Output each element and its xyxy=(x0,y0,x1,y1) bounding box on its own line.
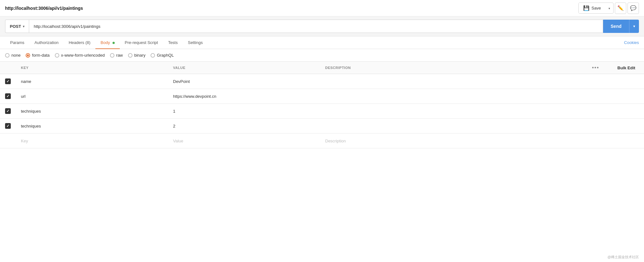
row-actions-cell xyxy=(587,119,612,134)
tabs-bar: Params Authorization Headers (8) Body Pr… xyxy=(0,36,644,49)
row-value-cell: https://www.devpoint.cn xyxy=(168,89,320,104)
pencil-icon: ✏️ xyxy=(617,5,624,11)
row-actions-cell xyxy=(587,104,612,119)
empty-actions-cell xyxy=(587,134,612,148)
title-bar: http://localhost:3006/api/v1/paintings 💾… xyxy=(0,0,644,16)
url-bar: POST ▾ Send ▾ xyxy=(0,16,644,36)
radio-form-data[interactable]: form-data xyxy=(26,53,50,58)
row-checkbox-0[interactable] xyxy=(5,78,11,84)
row-value-cell: 2 xyxy=(168,119,320,134)
empty-desc-placeholder: Description xyxy=(325,139,346,143)
empty-value-cell: Value xyxy=(168,134,320,148)
col-value: VALUE xyxy=(168,62,320,74)
save-dropdown-button[interactable]: ▾ xyxy=(605,3,613,13)
row-checkbox-cell xyxy=(0,119,16,134)
send-button[interactable]: Send xyxy=(603,20,629,33)
empty-key-cell: Key xyxy=(16,134,168,148)
tab-pre-request[interactable]: Pre-request Script xyxy=(120,36,163,49)
tab-body[interactable]: Body xyxy=(95,36,119,49)
row-desc-cell xyxy=(320,89,587,104)
comment-button[interactable]: 💬 xyxy=(628,3,639,14)
col-checkbox xyxy=(0,62,16,74)
empty-desc-cell: Description xyxy=(320,134,587,148)
row-key-3: techniques xyxy=(21,124,41,128)
page-title: http://localhost:3006/api/v1/paintings xyxy=(5,6,83,11)
cookies-link[interactable]: Cookies xyxy=(624,40,639,45)
save-btn-group: 💾 Save ▾ xyxy=(578,3,614,14)
row-value-cell: 1 xyxy=(168,104,320,119)
chevron-down-icon: ▾ xyxy=(633,24,635,28)
radio-circle-raw xyxy=(110,53,114,58)
radio-graphql[interactable]: GraphQL xyxy=(151,53,174,58)
empty-key-placeholder: Key xyxy=(21,139,28,143)
send-dropdown-button[interactable]: ▾ xyxy=(629,20,639,33)
body-active-dot xyxy=(113,42,115,44)
radio-none[interactable]: none xyxy=(5,53,21,58)
headers-badge: (8) xyxy=(85,40,90,45)
row-key-cell: name xyxy=(16,74,168,89)
row-key-cell: url xyxy=(16,89,168,104)
title-actions: 💾 Save ▾ ✏️ 💬 xyxy=(578,3,639,14)
body-type-bar: none form-data x-www-form-urlencoded raw… xyxy=(0,49,644,62)
empty-checkbox-cell xyxy=(0,134,16,148)
row-value-2: 1 xyxy=(173,109,175,114)
row-bulk-cell xyxy=(612,74,644,89)
radio-x-www-form-urlencoded[interactable]: x-www-form-urlencoded xyxy=(55,53,105,58)
row-actions-cell xyxy=(587,74,612,89)
form-data-table: KEY VALUE DESCRIPTION ••• Bulk Edit xyxy=(0,62,644,148)
row-checkbox-cell xyxy=(0,89,16,104)
row-desc-cell xyxy=(320,104,587,119)
table-row: techniques 2 xyxy=(0,119,644,134)
row-bulk-cell xyxy=(612,104,644,119)
edit-button[interactable]: ✏️ xyxy=(615,3,626,14)
row-key-1: url xyxy=(21,94,25,99)
row-value-1: https://www.devpoint.cn xyxy=(173,94,216,99)
row-desc-cell xyxy=(320,119,587,134)
col-key: KEY xyxy=(16,62,168,74)
radio-circle-x-www xyxy=(55,53,59,58)
row-value-0: DevPoint xyxy=(173,79,190,84)
row-bulk-cell xyxy=(612,89,644,104)
bulk-edit-button[interactable]: Bulk Edit xyxy=(617,66,635,70)
radio-raw[interactable]: raw xyxy=(110,53,123,58)
table-row: techniques 1 xyxy=(0,104,644,119)
empty-bulk-cell xyxy=(612,134,644,148)
radio-binary[interactable]: binary xyxy=(128,53,145,58)
row-value-3: 2 xyxy=(173,124,175,128)
col-bulk: Bulk Edit xyxy=(612,62,644,74)
row-checkbox-1[interactable] xyxy=(5,93,11,99)
tab-authorization[interactable]: Authorization xyxy=(29,36,64,49)
col-description: DESCRIPTION xyxy=(320,62,587,74)
radio-circle-binary xyxy=(128,53,132,58)
row-checkbox-3[interactable] xyxy=(5,123,11,129)
row-key-cell: techniques xyxy=(16,104,168,119)
row-bulk-cell xyxy=(612,119,644,134)
method-label: POST xyxy=(10,24,21,29)
table-empty-row: Key Value Description xyxy=(0,134,644,148)
table-row: url https://www.devpoint.cn xyxy=(0,89,644,104)
row-actions-cell xyxy=(587,89,612,104)
col-actions: ••• xyxy=(587,62,612,74)
radio-circle-none xyxy=(5,53,10,58)
tab-params[interactable]: Params xyxy=(5,36,29,49)
save-button[interactable]: 💾 Save xyxy=(579,3,605,13)
save-icon: 💾 xyxy=(583,5,589,11)
empty-value-placeholder: Value xyxy=(173,139,183,143)
chevron-down-icon: ▾ xyxy=(23,25,24,28)
tab-headers[interactable]: Headers (8) xyxy=(64,36,96,49)
table-row: name DevPoint xyxy=(0,74,644,89)
comment-icon: 💬 xyxy=(630,5,636,11)
row-checkbox-cell xyxy=(0,104,16,119)
url-input[interactable] xyxy=(29,20,603,33)
tab-settings[interactable]: Settings xyxy=(183,36,208,49)
row-desc-cell xyxy=(320,74,587,89)
row-checkbox-2[interactable] xyxy=(5,108,11,114)
row-key-2: techniques xyxy=(21,109,41,114)
radio-circle-graphql xyxy=(151,53,155,58)
row-key-cell: techniques xyxy=(16,119,168,134)
more-icon[interactable]: ••• xyxy=(592,65,599,70)
tab-tests[interactable]: Tests xyxy=(163,36,183,49)
row-checkbox-cell xyxy=(0,74,16,89)
method-select[interactable]: POST ▾ xyxy=(5,20,29,33)
chevron-down-icon: ▾ xyxy=(609,7,610,10)
